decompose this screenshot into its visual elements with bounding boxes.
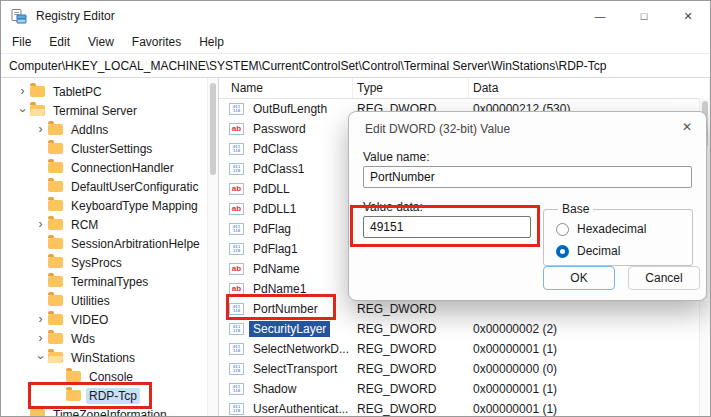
column-header-name[interactable]: Name: [219, 78, 353, 98]
chevron-expanded-icon[interactable]: ›: [33, 350, 48, 365]
value-name-cell: abPdName1: [219, 281, 353, 297]
value-name-text: PdFlag: [249, 221, 295, 237]
dialog-close-icon[interactable]: ✕: [682, 120, 692, 134]
address-bar: Computer\HKEY_LOCAL_MACHINE\SYSTEM\Curre…: [1, 53, 710, 78]
decimal-radio-icon[interactable]: [556, 245, 569, 258]
tree-item-label: TerminalTypes: [68, 274, 151, 290]
value-name-cell: abPassword: [219, 121, 353, 137]
tree-item-label: ConnectionHandler: [68, 160, 177, 176]
value-name-cell: 011 110UserAuthenticat...: [219, 401, 353, 416]
radio-hexadecimal[interactable]: Hexadecimal: [556, 222, 692, 236]
dword-value-icon: 011 110: [229, 243, 244, 255]
column-header-data[interactable]: Data: [469, 78, 710, 98]
tree-item-sessionarbitrationhelpe[interactable]: SessionArbitrationHelpe: [1, 234, 207, 253]
value-data-input[interactable]: 49151: [363, 216, 531, 238]
folder-icon: [48, 124, 63, 135]
folder-icon: [48, 238, 63, 249]
folder-icon: [48, 162, 63, 173]
chevron-collapsed-icon[interactable]: ›: [33, 312, 48, 327]
value-type-text: REG_DWORD: [353, 402, 469, 416]
minimize-button[interactable]: —: [578, 1, 622, 31]
tree-item-label: Wds: [68, 331, 98, 347]
value-name-cell: 011 110PdFlag1: [219, 241, 353, 257]
tree-item-terminal-server[interactable]: ›Terminal Server: [1, 101, 207, 120]
menu-favorites[interactable]: Favorites: [123, 32, 190, 52]
tree-item-label: ClusterSettings: [68, 141, 155, 157]
hexadecimal-radio-icon[interactable]: [556, 223, 569, 236]
radio-decimal[interactable]: Decimal: [556, 244, 692, 258]
tree-item-winstations[interactable]: ›WinStations: [1, 348, 207, 367]
value-row-shadow[interactable]: 011 110ShadowREG_DWORD0x00000001 (1): [219, 379, 710, 399]
tree-item-wds[interactable]: ›Wds: [1, 329, 207, 348]
edit-dword-dialog: Edit DWORD (32-bit) Value ✕ Value name: …: [348, 111, 707, 301]
tree-item-rdp-tcp[interactable]: RDP-Tcp: [1, 386, 207, 405]
tree-item-keyboardtype-mapping[interactable]: KeyboardType Mapping: [1, 196, 207, 215]
dword-value-icon: 011 110: [229, 303, 244, 315]
base-group: Base HexadecimalDecimal: [543, 202, 693, 266]
tree-scrollbar-thumb[interactable]: [210, 83, 216, 175]
window-controls: — □ ✕: [578, 1, 710, 31]
value-row-userauthenticat[interactable]: 011 110UserAuthenticat...REG_DWORD0x0000…: [219, 399, 710, 416]
value-type-text: REG_DWORD: [353, 382, 469, 396]
menu-help[interactable]: Help: [190, 32, 233, 52]
registry-editor-icon: [11, 8, 27, 24]
folder-icon: [66, 390, 81, 401]
tree-item-timezoneinformation[interactable]: TimeZoneInformation: [1, 405, 207, 416]
tree-item-label: Console: [86, 369, 136, 385]
value-name-text: OutBufLength: [249, 101, 331, 117]
tree-item-label: VIDEO: [68, 312, 111, 328]
ok-button[interactable]: OK: [543, 266, 615, 290]
chevron-expanded-icon[interactable]: ›: [15, 103, 30, 118]
open-folder-icon: [48, 352, 63, 363]
menu-view[interactable]: View: [79, 32, 123, 52]
maximize-button[interactable]: □: [622, 1, 666, 31]
folder-icon: [30, 409, 45, 416]
value-name-text: PdClass: [249, 141, 302, 157]
folder-icon: [48, 143, 63, 154]
folder-icon: [48, 295, 63, 306]
tree-item-label: SessionArbitrationHelpe: [68, 236, 203, 252]
menu-file[interactable]: File: [3, 32, 40, 52]
cancel-button[interactable]: Cancel: [628, 266, 700, 290]
tree-item-label: KeyboardType Mapping: [68, 198, 201, 214]
tree-item-addins[interactable]: ›AddIns: [1, 120, 207, 139]
value-row-selecttransport[interactable]: 011 110SelectTransportREG_DWORD0x0000000…: [219, 359, 710, 379]
tree-item-connectionhandler[interactable]: ConnectionHandler: [1, 158, 207, 177]
dword-value-icon: 011 110: [229, 223, 244, 235]
tree-item-sysprocs[interactable]: SysProcs: [1, 253, 207, 272]
value-data-text: 0x00000001 (1): [469, 402, 710, 416]
tree-item-utilities[interactable]: Utilities: [1, 291, 207, 310]
address-input[interactable]: Computer\HKEY_LOCAL_MACHINE\SYSTEM\Curre…: [1, 59, 607, 73]
tree-item-terminaltypes[interactable]: TerminalTypes: [1, 272, 207, 291]
tree-item-rcm[interactable]: ›RCM: [1, 215, 207, 234]
string-value-icon: ab: [229, 123, 244, 135]
dword-value-icon: 011 110: [229, 323, 244, 335]
value-name-cell: 011 110PdFlag: [219, 221, 353, 237]
close-button[interactable]: ✕: [666, 1, 710, 31]
base-group-label: Base: [558, 202, 593, 216]
tree-item-console[interactable]: Console: [1, 367, 207, 386]
tree-item-clustersettings[interactable]: ClusterSettings: [1, 139, 207, 158]
value-row-selectnetworkd[interactable]: 011 110SelectNetworkD...REG_DWORD0x00000…: [219, 339, 710, 359]
chevron-collapsed-icon[interactable]: ›: [33, 331, 48, 346]
value-type-text: REG_DWORD: [353, 362, 469, 376]
column-header-type[interactable]: Type: [353, 78, 469, 98]
value-row-portnumber[interactable]: 011 110PortNumberREG_DWORD: [219, 299, 710, 319]
menu-edit[interactable]: Edit: [40, 32, 79, 52]
tree-item-label: AddIns: [68, 122, 111, 138]
chevron-collapsed-icon[interactable]: ›: [33, 217, 48, 232]
value-name-text: Password: [249, 121, 310, 137]
value-name-field[interactable]: PortNumber: [363, 166, 692, 188]
list-header: NameTypeData: [219, 78, 710, 99]
chevron-collapsed-icon[interactable]: ›: [15, 84, 30, 99]
value-row-securitylayer[interactable]: 011 110SecurityLayerREG_DWORD0x00000002 …: [219, 319, 710, 339]
string-value-icon: ab: [229, 203, 244, 215]
tree-item-label: WinStations: [68, 350, 138, 366]
tree-item-defaultuserconfiguratic[interactable]: DefaultUserConfiguratic: [1, 177, 207, 196]
chevron-collapsed-icon[interactable]: ›: [33, 122, 48, 137]
tree-scrollbar[interactable]: [207, 78, 218, 416]
folder-icon: [48, 276, 63, 287]
tree-item-tabletpc[interactable]: ›TabletPC: [1, 82, 207, 101]
value-name-text: PdDLL: [249, 181, 294, 197]
tree-item-video[interactable]: ›VIDEO: [1, 310, 207, 329]
